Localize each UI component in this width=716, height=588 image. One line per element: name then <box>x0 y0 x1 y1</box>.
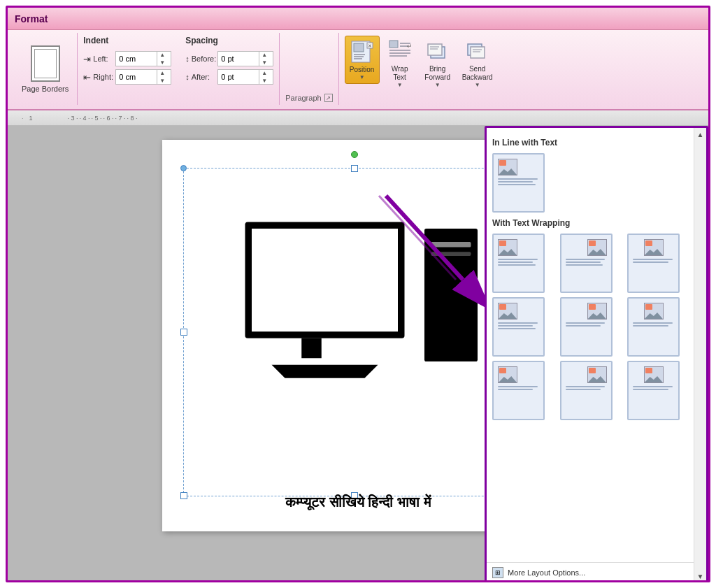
tl-w7-1 <box>498 386 538 387</box>
svg-rect-19 <box>471 47 485 58</box>
ruler-mark-8: · 8 · <box>127 115 138 122</box>
spacing-before-input[interactable] <box>218 52 259 66</box>
svg-text:↵: ↵ <box>407 43 413 50</box>
page-borders-icon <box>31 45 60 82</box>
svg-rect-7 <box>389 41 398 48</box>
layout-thumb-wrap-5[interactable] <box>560 297 613 357</box>
tl-w4-1 <box>498 322 538 324</box>
more-layout-options-button[interactable]: ⊞ More Layout Options... <box>487 562 694 582</box>
tl-w3-1 <box>633 259 673 260</box>
paragraph-bottom: Paragraph ↗ <box>285 94 332 102</box>
inline-layout-options <box>492 153 691 213</box>
indent-left-spinbox[interactable]: ▲ ▼ <box>115 51 171 66</box>
page-borders-label[interactable]: Page Borders <box>22 85 69 93</box>
tl-w6-1 <box>633 322 673 324</box>
scroll-down-button[interactable]: ▼ <box>694 570 707 582</box>
thumb-mountain-w9 <box>645 375 663 382</box>
thumb-img-wrap-9 <box>644 366 664 383</box>
thumb-img-inline <box>498 159 517 175</box>
thumb-img-wrap-2 <box>587 239 607 256</box>
spacing-group: Spacing ↕ Before: ▲ ▼ <box>185 36 273 85</box>
thumb-img-wrap-8 <box>587 366 607 383</box>
svg-rect-28 <box>431 252 471 256</box>
tl-w8-2 <box>566 389 601 390</box>
bring-forward-button[interactable]: BringForward ▼ <box>420 36 455 91</box>
layout-thumb-wrap-2[interactable] <box>560 234 613 293</box>
inline-section-title: In Line with Text <box>492 138 691 148</box>
thumb-img-icon-w7 <box>499 368 506 373</box>
indent-right-spinbox[interactable]: ▲ ▼ <box>115 69 171 85</box>
handle-top-left[interactable] <box>180 165 187 171</box>
thumb-line-2 <box>498 181 533 182</box>
spacing-after-down[interactable]: ▼ <box>259 77 269 85</box>
layout-options-icon: ⊞ <box>492 567 503 578</box>
indent-left-input[interactable] <box>116 52 157 66</box>
layout-thumb-wrap-8[interactable] <box>560 361 613 420</box>
thumb-img-wrap-3 <box>644 239 664 256</box>
spacing-after-up[interactable]: ▲ <box>259 69 269 77</box>
svg-rect-15 <box>428 44 442 55</box>
indent-right-icon: ⇤ <box>83 72 91 83</box>
ruler: · 1 · 3 · · 4 · · 5 · · 6 · · 7 · · 8 · <box>8 110 708 126</box>
layout-thumb-wrap-6[interactable] <box>627 297 680 357</box>
indent-title: Indent <box>83 36 171 45</box>
tl-w9-1 <box>633 386 673 387</box>
layout-thumb-wrap-9[interactable] <box>627 361 680 420</box>
layout-thumb-inline[interactable] <box>492 153 545 213</box>
spacing-before-spinbox[interactable]: ▲ ▼ <box>217 51 273 66</box>
position-button[interactable]: ✕ Position ▼ <box>345 36 380 84</box>
indent-right-down[interactable]: ▼ <box>157 77 167 85</box>
ruler-dot: · <box>22 115 24 122</box>
send-backward-button[interactable]: SendBackward ▼ <box>458 36 497 91</box>
title-bar: Format <box>8 8 708 30</box>
thumb-img-icon-w9 <box>645 368 652 373</box>
svg-rect-23 <box>252 229 398 331</box>
spacing-after-icon: ↕ <box>185 73 189 81</box>
indent-right-input[interactable] <box>116 70 157 84</box>
thumb-line-1 <box>498 178 538 180</box>
panel-scrollbar: ▲ ▼ <box>694 128 706 582</box>
indent-left-up[interactable]: ▲ <box>157 51 167 59</box>
more-layout-options-label: More Layout Options... <box>508 568 585 577</box>
thumb-img-icon-w8 <box>589 368 596 373</box>
main-content: कम्प्यूटर सीखिये हिन्दी भाषा में <box>8 126 708 582</box>
wrap-text-label: WrapText <box>392 65 408 82</box>
wrap-text-dropdown-arrow: ▼ <box>397 82 403 88</box>
spacing-before-up[interactable]: ▲ <box>259 51 269 59</box>
indent-left-label: ⇥ Left: <box>83 54 113 64</box>
ruler-marks: · 1 · 3 · · 4 · · 5 · · 6 · · 7 · · 8 · <box>22 115 708 122</box>
thumb-img-icon <box>499 160 506 166</box>
thumb-mountain-w7 <box>499 375 517 382</box>
tl-w6-2 <box>633 325 668 327</box>
indent-right-up[interactable]: ▲ <box>157 69 167 77</box>
layout-thumb-wrap-3[interactable] <box>627 234 680 293</box>
paragraph-expand-icon[interactable]: ↗ <box>324 94 333 102</box>
svg-rect-24 <box>301 338 322 359</box>
wrap-text-button[interactable]: ↵ WrapText ▼ <box>382 36 417 91</box>
tl-w9-2 <box>633 389 668 390</box>
spacing-after-input[interactable] <box>218 70 259 84</box>
thumb-img-icon-w2 <box>589 241 596 246</box>
handle-middle-left[interactable] <box>180 329 187 336</box>
spacing-before-down[interactable]: ▼ <box>259 59 269 66</box>
layout-thumb-wrap-1[interactable] <box>492 234 545 293</box>
spacing-after-label: ↕ After: <box>185 73 215 81</box>
app-window: Format Page Borders Indent ⇥ Left: <box>6 6 710 582</box>
thumb-img-mountain <box>499 168 517 175</box>
indent-left-down[interactable]: ▼ <box>157 59 167 66</box>
tl-w8-1 <box>566 386 606 387</box>
wrap-text-icon: ↵ <box>387 38 413 64</box>
position-dropdown-arrow: ▼ <box>359 74 365 80</box>
handle-top-middle[interactable] <box>351 165 358 172</box>
ribbon-page-section: Page Borders <box>13 33 78 105</box>
ribbon: Page Borders Indent ⇥ Left: ▲ ▼ <box>8 30 708 110</box>
scroll-up-button[interactable]: ▲ <box>694 128 707 141</box>
spacing-after-spinbox[interactable]: ▲ ▼ <box>217 69 273 85</box>
thumb-img-icon-w1 <box>499 241 506 246</box>
rotation-handle[interactable] <box>351 151 358 158</box>
ruler-sep: · 3 · <box>68 115 78 122</box>
tl-w1-2 <box>498 261 533 263</box>
bring-forward-icon <box>425 38 450 64</box>
layout-thumb-wrap-7[interactable] <box>492 361 545 420</box>
layout-thumb-wrap-4[interactable] <box>492 297 545 357</box>
